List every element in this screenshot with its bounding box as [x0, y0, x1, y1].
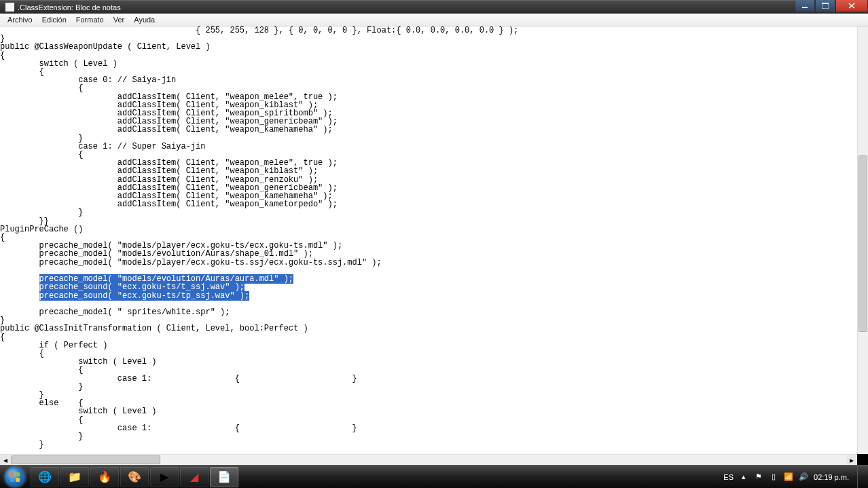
- menubar: Archivo Edición Formato Ver Ayuda: [0, 14, 868, 26]
- vertical-scrollbar[interactable]: [857, 26, 868, 454]
- play-icon: ▶: [160, 470, 168, 483]
- close-button[interactable]: [835, 0, 868, 12]
- menu-formato[interactable]: Formato: [71, 14, 109, 25]
- text-editor[interactable]: { 255, 255, 128 }, { 0, 0, 0, 0 }, Float…: [0, 26, 861, 454]
- taskbar-mediaplayer[interactable]: ▶: [150, 467, 179, 487]
- menu-edicion[interactable]: Edición: [37, 14, 71, 25]
- language-indicator[interactable]: ES: [723, 473, 734, 481]
- clock[interactable]: 02:19 p.m.: [814, 473, 849, 481]
- window-titlebar: .ClassExtension: Bloc de notas: [0, 0, 868, 14]
- menu-ver[interactable]: Ver: [109, 14, 130, 25]
- network-icon[interactable]: 📶: [784, 472, 793, 482]
- flame-icon: 🔥: [98, 470, 111, 483]
- system-tray: ES ▴ ⚑ ▯ 📶 🔊 02:19 p.m.: [723, 466, 868, 489]
- folder-icon: 📁: [68, 470, 82, 483]
- svg-rect-5: [10, 472, 14, 476]
- horizontal-scrollbar[interactable]: ◂ ▸: [0, 454, 857, 465]
- taskbar-items: 🌐 📁 🔥 🎨 ▶ ◢ 📄: [30, 466, 239, 488]
- battery-icon[interactable]: ▯: [769, 472, 778, 482]
- flag-icon[interactable]: ⚑: [754, 472, 763, 482]
- scroll-left-button[interactable]: ◂: [0, 455, 11, 466]
- minimize-button[interactable]: [795, 0, 815, 12]
- chrome-icon: 🌐: [38, 470, 52, 483]
- taskbar: 🌐 📁 🔥 🎨 ▶ ◢ 📄 ES ▴ ⚑ ▯ 📶 🔊 02:19 p.m.: [0, 465, 868, 488]
- windows-logo-icon: [5, 467, 25, 487]
- taskbar-adobe[interactable]: ◢: [180, 467, 209, 487]
- taskbar-app1[interactable]: 🔥: [90, 467, 119, 487]
- vertical-scrollbar-thumb[interactable]: [858, 155, 867, 332]
- menu-ayuda[interactable]: Ayuda: [129, 14, 160, 25]
- show-desktop-button[interactable]: [857, 466, 864, 489]
- svg-rect-0: [802, 7, 808, 8]
- notepad-icon: 📄: [217, 470, 231, 483]
- taskbar-paint[interactable]: 🎨: [120, 467, 149, 487]
- menu-archivo[interactable]: Archivo: [3, 14, 37, 25]
- palette-icon: 🎨: [128, 470, 141, 483]
- taskbar-explorer[interactable]: 📁: [60, 467, 89, 487]
- scroll-right-button[interactable]: ▸: [846, 455, 857, 466]
- pdf-icon: ◢: [190, 470, 198, 483]
- svg-rect-7: [10, 478, 14, 482]
- horizontal-scrollbar-thumb[interactable]: [11, 455, 160, 464]
- app-icon: [5, 3, 14, 12]
- maximize-button[interactable]: [815, 0, 835, 12]
- taskbar-notepad[interactable]: 📄: [210, 467, 238, 487]
- code-content[interactable]: { 255, 255, 128 }, { 0, 0, 0, 0 }, Float…: [0, 26, 861, 449]
- volume-icon[interactable]: 🔊: [799, 472, 808, 482]
- taskbar-chrome[interactable]: 🌐: [31, 467, 59, 487]
- svg-rect-6: [16, 472, 20, 476]
- start-button[interactable]: [0, 466, 30, 489]
- svg-rect-2: [822, 3, 829, 4]
- svg-rect-8: [16, 478, 20, 482]
- window-controls: [795, 0, 868, 12]
- window-title: .ClassExtension: Bloc de notas: [18, 3, 868, 12]
- tray-chevron-icon[interactable]: ▴: [739, 472, 748, 482]
- selection[interactable]: precache_sound( "ecx.goku-ts/tp_ssj.wav"…: [39, 291, 250, 301]
